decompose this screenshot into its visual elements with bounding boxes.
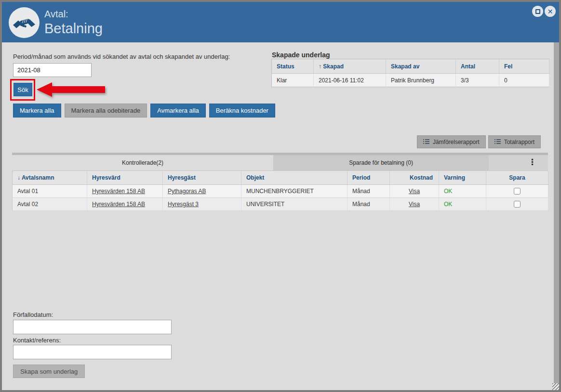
col-varning[interactable]: Varning <box>439 171 486 185</box>
cell-spara <box>486 198 548 211</box>
tab-bar: Kontrollerade(2) Sparade för betalning (… <box>12 153 548 170</box>
skapa-som-underlag-button[interactable]: Skapa som underlag <box>13 365 85 378</box>
varning-status: OK <box>444 201 452 208</box>
jamforelserapport-button[interactable]: Jämförelserapport <box>417 135 486 148</box>
tab-sparade-for-betalning[interactable]: Sparade för betalning (0) <box>273 155 489 170</box>
col-kostnad[interactable]: Kostnad <box>390 171 439 185</box>
agreements-table: ↓ Avtalsnamn Hyresvärd Hyresgäst Objekt … <box>12 170 548 211</box>
list-icon <box>423 139 429 144</box>
forfallodatum-label: Förfallodatum: <box>13 311 53 318</box>
hyresgast-link[interactable]: Hyresgäst 3 <box>168 201 199 208</box>
maximize-button[interactable] <box>532 6 543 17</box>
avmarkera-alla-button[interactable]: Avmarkera alla <box>150 104 205 118</box>
col-hyresgast[interactable]: Hyresgäst <box>163 171 241 185</box>
su-col-status[interactable]: Status <box>272 59 314 74</box>
su-cell-status: Klar <box>272 74 314 87</box>
skapade-underlag-title: Skapade underlag <box>272 51 330 59</box>
right-edge-strip <box>554 42 559 390</box>
cell-objekt: UNIVERSITET <box>241 198 347 211</box>
report-button-row: Jämförelserapport Totalrapport <box>417 135 541 148</box>
col-spara[interactable]: Spara <box>486 171 548 185</box>
kontakt-referens-input[interactable] <box>13 345 172 359</box>
table-row: Avtal 02 Hyresvärden 158 AB Hyresgäst 3 … <box>13 198 548 211</box>
sort-descending-icon: ↓ <box>17 174 20 181</box>
hyresvard-link[interactable]: Hyresvärden 158 AB <box>92 188 145 195</box>
hyresgast-link[interactable]: Pythagoras AB <box>168 188 206 195</box>
table-row: Avtal 01 Hyresvärden 158 AB Pythagoras A… <box>13 185 548 198</box>
maximize-icon <box>535 9 540 14</box>
cell-avtalsnamn: Avtal 02 <box>13 198 87 211</box>
cell-hyresgast: Pythagoras AB <box>163 185 241 198</box>
sok-button[interactable]: Sök <box>13 83 32 96</box>
handshake-icon <box>9 7 40 38</box>
markera-alla-button[interactable]: Markera alla <box>13 104 61 118</box>
agreements-header-row: ↓ Avtalsnamn Hyresvärd Hyresgäst Objekt … <box>13 171 548 185</box>
page-title: Avtal: Betalning <box>44 8 103 37</box>
varning-status: OK <box>444 188 452 195</box>
col-avtalsnamn-label: Avtalsnamn <box>22 174 54 181</box>
markera-alla-odebiterade-button[interactable]: Markera alla odebiterade <box>65 104 147 118</box>
col-avtalsnamn[interactable]: ↓ Avtalsnamn <box>13 171 87 185</box>
su-cell-skapad-av: Patrik Brunnberg <box>386 74 456 87</box>
skapade-underlag-table: Status ↑ Skapad Skapad av Antal Fel Klar… <box>271 59 549 87</box>
cell-spara <box>486 185 548 198</box>
spara-checkbox[interactable] <box>514 201 521 208</box>
visa-link[interactable]: Visa <box>409 188 420 195</box>
su-col-skapad[interactable]: ↑ Skapad <box>314 59 386 74</box>
col-period[interactable]: Period <box>347 171 390 185</box>
su-col-skapad-label: Skapad <box>323 63 344 70</box>
cell-period: Månad <box>347 198 390 211</box>
titlebar: Avtal: Betalning ✕ <box>2 2 559 42</box>
su-row[interactable]: Klar 2021-06-16 11:02 Patrik Brunnberg 3… <box>272 74 549 87</box>
col-objekt[interactable]: Objekt <box>241 171 347 185</box>
list-icon <box>494 139 501 144</box>
close-button[interactable]: ✕ <box>545 6 556 17</box>
cell-period: Månad <box>347 185 390 198</box>
period-label: Period/månad som används vid sökandet av… <box>13 53 230 60</box>
berakna-kostnader-button[interactable]: Beräkna kostnader <box>209 104 275 118</box>
cell-objekt: MUNCHENBRYGGERIET <box>241 185 347 198</box>
cell-hyresgast: Hyresgäst 3 <box>163 198 241 211</box>
su-header-row: Status ↑ Skapad Skapad av Antal Fel <box>272 59 549 74</box>
sort-ascending-icon: ↑ <box>319 63 321 70</box>
col-hyresvard[interactable]: Hyresvärd <box>87 171 163 185</box>
cell-varning: OK <box>439 198 486 211</box>
cell-avtalsnamn: Avtal 01 <box>13 185 87 198</box>
menu-dots-icon[interactable]: ⋮ <box>528 157 536 167</box>
tab-kontrollerade[interactable]: Kontrollerade(2) <box>12 155 273 170</box>
kontakt-referens-label: Kontakt/referens: <box>13 337 61 344</box>
tab-filler: ⋮ <box>489 155 548 170</box>
cell-hyresvard: Hyresvärden 158 AB <box>87 198 163 211</box>
hyresvard-link[interactable]: Hyresvärden 158 AB <box>92 201 145 208</box>
totalrapport-button[interactable]: Totalrapport <box>488 135 541 148</box>
action-button-row: Markera alla Markera alla odebiterade Av… <box>13 104 275 118</box>
arrow-body <box>50 86 105 93</box>
su-cell-antal: 3/3 <box>456 74 499 87</box>
resize-grip[interactable] <box>552 383 559 390</box>
page-title-main: Betalning <box>44 20 103 37</box>
cell-kostnad: Visa <box>390 185 439 198</box>
cell-kostnad: Visa <box>390 198 439 211</box>
su-col-fel[interactable]: Fel <box>499 59 549 74</box>
period-input[interactable] <box>13 63 92 77</box>
su-col-antal[interactable]: Antal <box>456 59 499 74</box>
close-icon: ✕ <box>548 8 553 15</box>
forfallodatum-input[interactable] <box>13 320 172 334</box>
totalrapport-label: Totalrapport <box>504 139 534 145</box>
jamforelserapport-label: Jämförelserapport <box>433 139 480 145</box>
su-cell-fel: 0 <box>499 74 549 87</box>
cell-varning: OK <box>439 185 486 198</box>
su-cell-skapad: 2021-06-16 11:02 <box>314 74 386 87</box>
page-title-context: Avtal: <box>44 8 103 20</box>
visa-link[interactable]: Visa <box>409 201 420 208</box>
spara-checkbox[interactable] <box>514 188 521 195</box>
cell-hyresvard: Hyresvärden 158 AB <box>87 185 163 198</box>
su-col-skapad-av[interactable]: Skapad av <box>386 59 456 74</box>
app-window: Avtal: Betalning ✕ Period/månad som anvä… <box>0 0 561 392</box>
